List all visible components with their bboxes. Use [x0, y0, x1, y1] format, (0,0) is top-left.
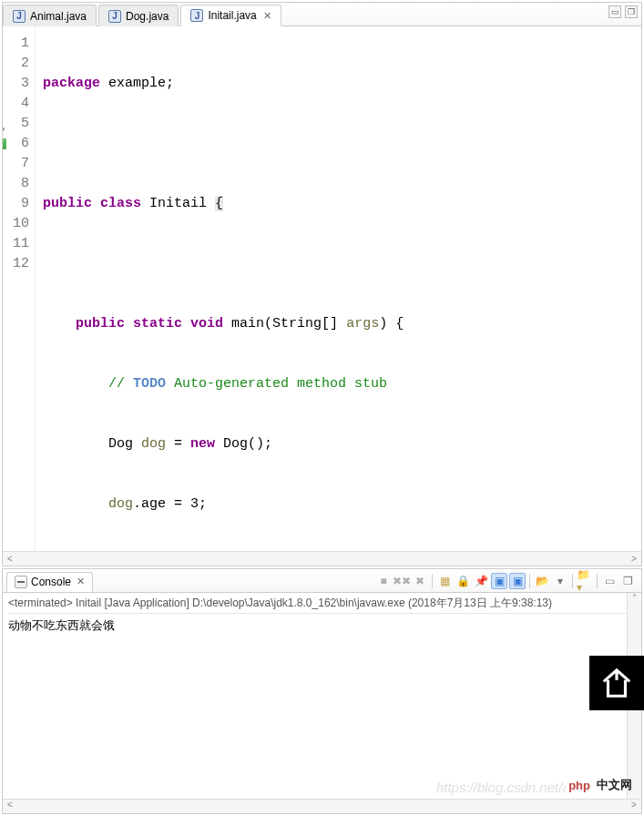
show-stderr-icon[interactable]: ▣	[509, 573, 526, 589]
console-body[interactable]: <terminated> Initail [Java Application] …	[3, 593, 641, 799]
editor-horizontal-scrollbar[interactable]: < >	[3, 551, 641, 566]
java-file-icon: J	[108, 10, 121, 23]
logo-cn: 中文网	[597, 777, 632, 793]
scroll-right-icon[interactable]: >	[627, 800, 641, 813]
code-line[interactable]: package example;	[43, 74, 641, 94]
minimize-view-icon[interactable]: ▭	[608, 5, 621, 18]
tab-label: Animal.java	[30, 10, 87, 23]
java-file-icon: J	[190, 9, 203, 22]
code-line[interactable]: // TODO Auto-generated method stub	[43, 374, 641, 394]
code-line[interactable]	[43, 254, 641, 274]
clear-console-icon[interactable]: ▦	[436, 573, 453, 589]
close-tab-icon[interactable]: ✕	[77, 576, 85, 587]
console-tab-label: Console	[31, 576, 71, 588]
tab-console[interactable]: Console ✕	[6, 572, 93, 592]
tab-label: Initail.java	[208, 9, 256, 22]
remove-launch-icon[interactable]: ✖✖	[394, 573, 410, 589]
new-console-icon[interactable]: 📁▾	[577, 573, 593, 589]
console-toolbar: ■ ✖✖ ✖ ▦ 🔒 📌 ▣ ▣ 📂 ▾ 📁▾ ▭ ❐	[375, 573, 641, 589]
remove-all-icon[interactable]: ✖	[412, 573, 428, 589]
code-line[interactable]: public static void main(String[] args) {	[43, 314, 641, 334]
scroll-lock-icon[interactable]: 🔒	[455, 573, 471, 589]
close-tab-icon[interactable]: ✕	[263, 10, 271, 22]
editor-tabbar: J Animal.java J Dog.java J Initail.java …	[3, 3, 641, 26]
console-icon	[15, 576, 27, 588]
code-line[interactable]: public class Initail {	[43, 194, 641, 214]
scroll-up-icon[interactable]: ˄	[628, 593, 641, 607]
tab-initail-java[interactable]: J Initail.java ✕	[180, 5, 281, 26]
site-logo: php 中文网	[566, 777, 632, 793]
code-line[interactable]: dog.age = 3;	[43, 495, 641, 515]
minimize-view-icon[interactable]: ▭	[601, 573, 618, 589]
console-horizontal-scrollbar[interactable]: < >	[3, 799, 641, 813]
watermark-text: https://blog.csdn.net/an	[436, 780, 578, 795]
terminate-icon[interactable]: ■	[375, 573, 392, 589]
maximize-view-icon[interactable]: ❐	[625, 5, 638, 18]
open-console-icon[interactable]: 📂	[534, 573, 550, 589]
scroll-to-top-button[interactable]	[589, 656, 644, 710]
show-console-icon[interactable]: ▣	[491, 573, 507, 589]
house-up-icon	[599, 666, 634, 700]
scroll-left-icon[interactable]: <	[3, 554, 17, 564]
code-editor[interactable]: 1 2 3 4 5 6 7 8 9 10 11 12 package examp…	[3, 26, 641, 551]
editor-pane: J Animal.java J Dog.java J Initail.java …	[2, 2, 642, 566]
java-file-icon: J	[13, 10, 26, 23]
display-selected-icon[interactable]: ▾	[552, 573, 568, 589]
console-run-info: <terminated> Initail [Java Application] …	[8, 596, 636, 614]
console-output-line: 动物不吃东西就会饿	[8, 617, 636, 634]
pin-console-icon[interactable]: 📌	[473, 573, 489, 589]
scroll-left-icon[interactable]: <	[3, 800, 17, 813]
tab-label: Dog.java	[126, 10, 169, 23]
tab-animal-java[interactable]: J Animal.java	[3, 5, 97, 26]
console-tabbar: Console ✕ ■ ✖✖ ✖ ▦ 🔒 📌 ▣ ▣ 📂 ▾ 📁▾ ▭ ❐	[3, 569, 641, 593]
code-content[interactable]: package example; public class Initail { …	[36, 26, 641, 551]
console-pane: Console ✕ ■ ✖✖ ✖ ▦ 🔒 📌 ▣ ▣ 📂 ▾ 📁▾ ▭ ❐ <t…	[2, 568, 642, 814]
line-number-gutter: 1 2 3 4 5 6 7 8 9 10 11 12	[3, 26, 36, 551]
code-line[interactable]: Dog dog = new Dog();	[43, 434, 641, 454]
logo-php: php	[566, 778, 593, 793]
code-line[interactable]	[43, 134, 641, 154]
scroll-track[interactable]	[17, 800, 627, 813]
scroll-right-icon[interactable]: >	[627, 554, 641, 564]
tab-dog-java[interactable]: J Dog.java	[98, 5, 179, 26]
maximize-view-icon[interactable]: ❐	[619, 573, 636, 589]
